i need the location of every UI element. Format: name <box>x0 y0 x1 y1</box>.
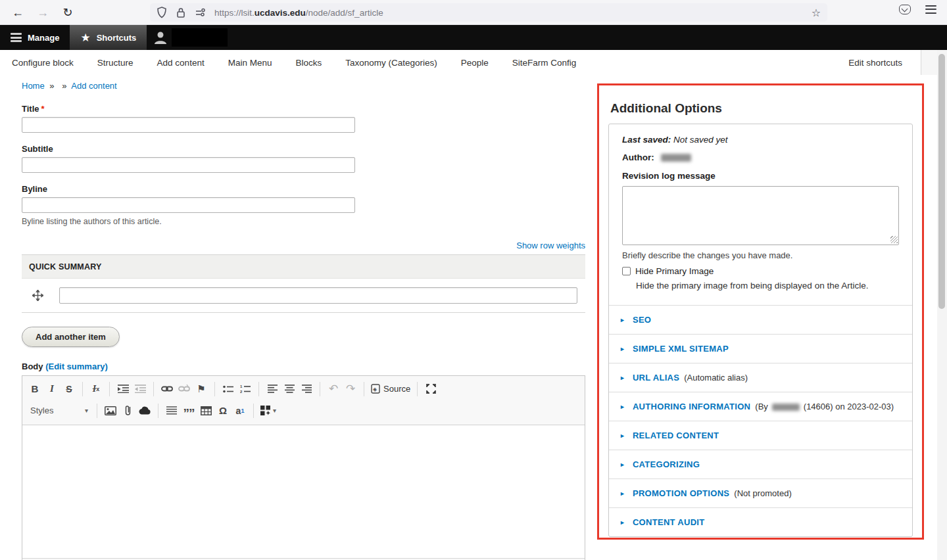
shortcut-people[interactable]: People <box>449 58 500 68</box>
add-another-item-button[interactable]: Add another item <box>22 327 120 347</box>
edit-shortcuts-link[interactable]: Edit shortcuts <box>837 58 914 68</box>
maximize-icon[interactable] <box>422 381 439 398</box>
collapsed-arrow-icon: ► <box>619 404 625 410</box>
shortcut-configure-block[interactable]: Configure block <box>0 58 85 68</box>
drag-handle-icon[interactable] <box>32 290 43 301</box>
body-label: Body (Edit summary) <box>22 362 585 371</box>
image-icon[interactable] <box>102 402 119 419</box>
quick-summary-row <box>22 279 585 312</box>
shortcut-main-menu[interactable]: Main Menu <box>216 58 284 68</box>
section-categorizing[interactable]: ► CATEGORIZING <box>609 450 912 478</box>
superscript-icon[interactable]: a1 <box>231 402 249 419</box>
additional-options-heading: Additional Options <box>610 101 913 116</box>
collapsed-arrow-icon: ► <box>619 519 625 526</box>
hide-primary-image-checkbox[interactable] <box>622 267 631 275</box>
shortcut-structure[interactable]: Structure <box>85 58 145 68</box>
section-seo[interactable]: ► SEO <box>609 305 912 334</box>
url-bar[interactable]: https://lsit.ucdavis.edu/node/add/sf_art… <box>150 3 827 22</box>
byline-label: Byline <box>22 184 585 194</box>
edit-summary-link[interactable]: (Edit summary) <box>45 362 108 371</box>
browser-menu-icon[interactable] <box>925 3 936 16</box>
align-left-icon[interactable] <box>264 381 281 398</box>
bold-icon[interactable]: B <box>26 381 43 398</box>
subtitle-input[interactable] <box>22 157 355 173</box>
section-related-content[interactable]: ► RELATED CONTENT <box>609 421 912 450</box>
shortcut-taxonomy[interactable]: Taxonomy (Categories) <box>333 58 449 68</box>
title-label: Title* <box>22 104 585 114</box>
collapsed-arrow-icon: ► <box>619 317 625 323</box>
user-icon[interactable] <box>153 30 168 45</box>
section-content-audit[interactable]: ► CONTENT AUDIT <box>609 507 912 536</box>
shortcut-sitefarm-config[interactable]: SiteFarm Config <box>500 58 589 68</box>
horizontal-rule-icon[interactable] <box>163 402 180 419</box>
refresh-icon[interactable]: ↻ <box>58 3 78 22</box>
lock-icon[interactable] <box>176 7 185 18</box>
permissions-icon[interactable] <box>195 8 206 17</box>
author-line: Author: <box>622 152 899 162</box>
numbered-list-icon[interactable]: 12 <box>237 381 254 398</box>
bookmark-star-icon[interactable]: ☆ <box>812 7 821 19</box>
section-simple-xml-sitemap[interactable]: ► SIMPLE XML SITEMAP <box>609 334 912 363</box>
strikethrough-icon[interactable]: S <box>61 381 78 398</box>
quick-summary-input[interactable] <box>59 287 577 304</box>
section-url-alias[interactable]: ► URL ALIAS (Automatic alias) <box>609 363 912 392</box>
collapsed-arrow-icon: ► <box>619 432 625 439</box>
styles-dropdown[interactable]: Styles ▾ <box>26 406 92 415</box>
align-right-icon[interactable] <box>298 381 315 398</box>
editor-content-area[interactable] <box>22 425 585 558</box>
shortcuts-menu-item[interactable]: ★ Shortcuts <box>70 25 147 50</box>
manage-menu-item[interactable]: Manage <box>0 25 70 50</box>
paperclip-icon[interactable] <box>119 402 136 419</box>
shortcut-add-content[interactable]: Add content <box>145 58 216 68</box>
url-text[interactable]: https://lsit.ucdavis.edu/node/add/sf_art… <box>214 8 383 18</box>
scrollbar-thumb[interactable] <box>938 54 945 309</box>
outdent-icon[interactable] <box>132 381 149 398</box>
editor-toolbar: B I S Ix <box>22 376 585 425</box>
source-button[interactable]: ◈ Source <box>369 381 412 398</box>
shortcut-blocks[interactable]: Blocks <box>283 58 333 68</box>
cloud-icon[interactable] <box>136 402 153 419</box>
revision-log-textarea[interactable] <box>622 186 899 245</box>
subtitle-label: Subtitle <box>22 144 585 154</box>
align-center-icon[interactable] <box>281 381 298 398</box>
unlink-icon[interactable] <box>176 381 193 398</box>
table-icon[interactable] <box>197 402 214 419</box>
resize-grip-icon[interactable] <box>890 236 898 243</box>
quick-summary-table: QUICK SUMMARY <box>22 254 585 313</box>
blockquote-icon[interactable]: ”” <box>180 402 197 419</box>
collapsed-arrow-icon: ► <box>619 490 625 497</box>
section-promotion-options[interactable]: ► PROMOTION OPTIONS (Not promoted) <box>609 478 912 507</box>
breadcrumb-home-link[interactable]: Home <box>22 81 45 91</box>
additional-options-panel: Additional Options Last saved: Not saved… <box>597 83 924 540</box>
manage-hamburger-icon <box>11 32 22 44</box>
title-input[interactable] <box>22 117 355 133</box>
body-editor: B I S Ix <box>22 375 585 560</box>
window-scrollbar[interactable] <box>937 50 947 560</box>
remove-format-icon[interactable]: Ix <box>87 381 105 398</box>
show-row-weights-link[interactable]: Show row weights <box>516 241 585 250</box>
byline-help: Byline listing the authors of this artic… <box>22 217 585 226</box>
indent-icon[interactable] <box>114 381 132 398</box>
svg-text:1: 1 <box>240 385 243 388</box>
anchor-flag-icon[interactable]: ⚑ <box>193 381 210 398</box>
redo-icon[interactable]: ↷ <box>342 381 359 398</box>
byline-input[interactable] <box>22 197 355 213</box>
breadcrumb-add-content-link[interactable]: Add content <box>71 81 116 91</box>
back-icon[interactable]: ← <box>8 3 28 22</box>
link-icon[interactable] <box>158 381 176 398</box>
special-character-icon[interactable]: Ω <box>214 402 231 419</box>
revision-log-label: Revision log message <box>622 171 899 181</box>
forward-icon[interactable]: → <box>33 3 53 22</box>
pocket-icon[interactable] <box>899 5 911 14</box>
required-asterisk: * <box>41 104 45 114</box>
bulleted-list-icon[interactable] <box>220 381 237 398</box>
undo-icon[interactable]: ↶ <box>325 381 342 398</box>
templates-icon[interactable]: ▾ <box>258 402 278 419</box>
source-label: Source <box>383 384 410 394</box>
shield-icon[interactable] <box>157 7 167 18</box>
section-authoring-information[interactable]: ► AUTHORING INFORMATION (By(14606) on 20… <box>609 392 912 421</box>
italic-icon[interactable]: I <box>43 381 61 398</box>
collapsed-arrow-icon: ► <box>619 375 625 381</box>
breadcrumb: Home » » Add content <box>22 81 585 91</box>
styles-label: Styles <box>30 406 53 415</box>
